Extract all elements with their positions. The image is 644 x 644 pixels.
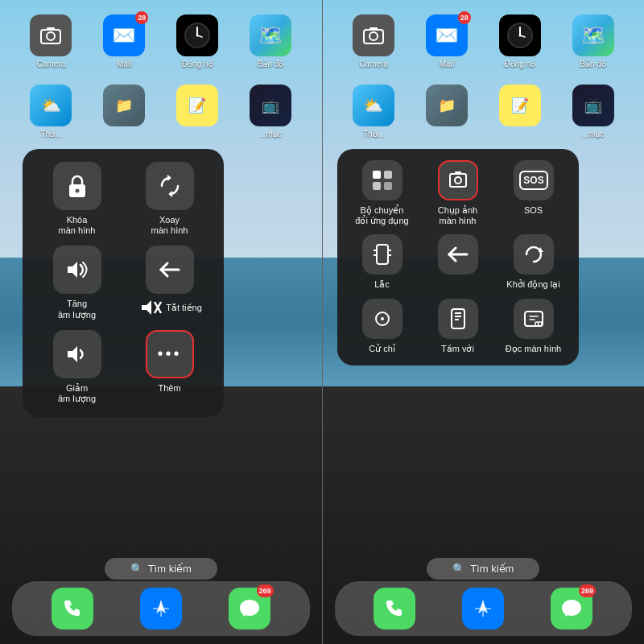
mute-label: Tắt tiếng xyxy=(166,303,202,313)
svg-rect-30 xyxy=(450,174,466,187)
svg-rect-28 xyxy=(373,182,381,190)
dock-safari-right[interactable] xyxy=(462,588,504,630)
clock-label-right: Đồng hồ xyxy=(504,60,535,68)
menu-volume-down[interactable]: Giảmâm lượng xyxy=(35,330,118,404)
gesture-icon xyxy=(362,299,402,339)
search-bar-right[interactable]: 🔍 Tìm kiếm xyxy=(427,558,539,580)
app-row-1-left: Camera ✉️ 28 Mail Đồng hồ 🗺️ xyxy=(0,14,322,68)
read-screen-label: Đọc màn hình xyxy=(506,344,561,354)
back-arrow-icon-right xyxy=(438,234,478,275)
svg-rect-29 xyxy=(384,182,392,190)
camera-icon xyxy=(30,14,72,56)
rotate-label: Xoaymàn hình xyxy=(151,215,188,236)
read-screen-icon xyxy=(514,299,554,339)
dock-phone-right[interactable] xyxy=(374,588,415,630)
menu-back-right[interactable] xyxy=(424,234,492,290)
clock-label: Đồng hồ xyxy=(182,60,213,68)
menu-volume-up[interactable]: Tăngâm lượng xyxy=(35,246,118,320)
menu-rotate[interactable]: Xoaymàn hình xyxy=(128,162,211,236)
app-weather-left[interactable]: ⛅ Thờ... xyxy=(30,85,72,138)
tv-icon: 📺 xyxy=(250,85,291,126)
app-clock-left[interactable]: Đồng hồ xyxy=(176,14,218,68)
app-row-2-right: ⛅ Thờ... 📁 📝 📺 ...mục xyxy=(323,85,645,138)
search-bar-left[interactable]: 🔍 Tìm kiếm xyxy=(105,558,217,580)
app-clock-right[interactable]: Đồng hồ xyxy=(499,14,541,68)
tap-with-icon xyxy=(438,299,478,339)
app-notes-right[interactable]: 📝 xyxy=(499,85,541,138)
svg-point-20 xyxy=(369,32,378,40)
volume-up-icon xyxy=(53,246,101,294)
app-mail-right[interactable]: ✉️ 28 Mail xyxy=(426,14,468,68)
app-row-2-left: ⛅ Thờ... 📁 📝 📺 ...mục xyxy=(0,85,322,138)
app-files-right[interactable]: 📁 xyxy=(426,85,468,138)
dock-safari-left[interactable] xyxy=(140,588,182,630)
menu-screenshot[interactable]: Chụp ảnhmàn hình xyxy=(424,160,492,226)
volume-down-icon xyxy=(53,330,101,378)
screenshot-label: Chụp ảnhmàn hình xyxy=(438,205,477,226)
menu-back[interactable]: Tắt tiếng xyxy=(128,246,211,320)
sos-icon: SOS xyxy=(514,160,554,200)
dock-left: 269 xyxy=(12,581,310,636)
svg-point-31 xyxy=(455,177,461,184)
weather-icon-right: ⛅ xyxy=(353,85,394,126)
notes-icon-right: 📝 xyxy=(499,85,541,126)
search-text-right: Tìm kiếm xyxy=(470,563,514,575)
dock-messages-left[interactable]: 269 xyxy=(229,588,270,630)
gesture-label: Cử chỉ xyxy=(369,344,395,354)
assistive-menu-left: Khóamàn hình Xoaymàn hình xyxy=(23,149,224,417)
volume-up-label: Tăngâm lượng xyxy=(58,299,96,320)
menu-tap-with[interactable]: Tầm với xyxy=(424,299,492,354)
mail-badge: 28 xyxy=(135,11,148,24)
tv-icon-right: 📺 xyxy=(572,85,614,126)
camera-icon-right xyxy=(353,14,394,56)
menu-restart[interactable]: Khởi động lại xyxy=(500,234,568,290)
app-mail-left[interactable]: ✉️ 28 Mail xyxy=(103,14,145,68)
app-tv-left[interactable]: 📺 ...mục xyxy=(250,85,291,138)
messages-badge-left: 269 xyxy=(257,584,274,597)
shake-icon xyxy=(362,234,402,275)
search-icon-right: 🔍 xyxy=(452,563,465,575)
app-switch-icon xyxy=(362,160,402,200)
app-tv-right[interactable]: 📺 ...mục xyxy=(572,85,614,138)
menu-shake[interactable]: Lắc xyxy=(349,234,416,290)
notes-icon: 📝 xyxy=(176,85,218,126)
mail-label-right: Mail xyxy=(440,60,454,68)
app-maps-right[interactable]: 🗺️ Bản đồ xyxy=(572,14,614,68)
app-weather-right[interactable]: ⛅ Thờ... xyxy=(353,85,394,138)
restart-icon xyxy=(514,234,554,275)
maps-label: Bản đồ xyxy=(258,60,284,68)
app-files-left[interactable]: 📁 xyxy=(103,85,145,138)
menu-app-switch[interactable]: Bộ chuyểnđổi ứng dụng xyxy=(349,160,416,226)
mail-badge-right: 28 xyxy=(458,11,471,24)
weather-icon: ⛅ xyxy=(30,85,72,126)
menu-more[interactable]: ••• Thêm xyxy=(128,330,211,404)
svg-rect-21 xyxy=(369,27,378,31)
lock-label: Khóamàn hình xyxy=(59,215,96,236)
svg-point-1 xyxy=(47,32,55,40)
app-camera-left[interactable]: Camera xyxy=(30,14,72,68)
app-camera-right[interactable]: Camera xyxy=(353,14,394,68)
search-text-left: Tìm kiếm xyxy=(148,563,192,575)
menu-lock[interactable]: Khóamàn hình xyxy=(35,162,118,236)
menu-sos[interactable]: SOS SOS xyxy=(500,160,568,226)
screenshot-icon xyxy=(438,160,478,200)
app-notes-left[interactable]: 📝 xyxy=(176,85,218,138)
camera-label-right: Camera xyxy=(359,60,388,68)
dock-phone-left[interactable] xyxy=(52,588,93,630)
tv-label: ...mục xyxy=(259,130,282,138)
svg-rect-27 xyxy=(384,171,392,179)
weather-label: Thờ... xyxy=(40,130,61,138)
menu-read-screen[interactable]: Đọc màn hình xyxy=(500,299,568,354)
svg-text:SOS: SOS xyxy=(523,175,543,186)
svg-marker-9 xyxy=(68,262,77,278)
app-maps-left[interactable]: 🗺️ Bản đồ xyxy=(250,14,291,68)
right-screen: Camera ✉️ 28 Mail Đồng hồ 🗺️ xyxy=(323,0,645,644)
dock-messages-right[interactable]: 269 xyxy=(551,588,592,630)
svg-marker-11 xyxy=(142,300,151,315)
files-icon-right: 📁 xyxy=(426,85,468,126)
menu-gesture[interactable]: Cử chỉ xyxy=(349,299,416,354)
weather-label-right: Thờ... xyxy=(363,130,384,138)
maps-icon-right: 🗺️ xyxy=(572,14,614,56)
more-icon: ••• xyxy=(146,330,194,378)
mail-icon: ✉️ 28 xyxy=(103,14,145,56)
